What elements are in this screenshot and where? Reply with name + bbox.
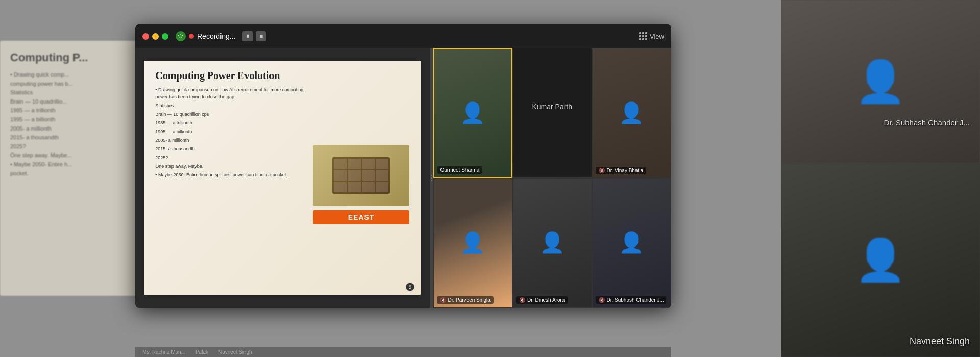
bg-slide-line3: Statistics [10,88,148,97]
video-cell-gurmeet[interactable]: 👤 Gurmeet Sharma [433,48,513,178]
bottom-navneet-label: Navneet Singh [218,349,252,355]
chip-cell [362,159,375,169]
bg-slide-line6: 1995 — a billionth [10,115,148,124]
bg-slide-title: Computing P... [10,51,148,64]
kumar-name-center: Kumar Parth [513,103,592,111]
video-cell-subhash[interactable]: 👤 🔇 Dr. Subhash Chander J... [592,178,672,308]
chip-cell [334,159,347,169]
divider-dot [431,177,432,178]
dinesh-name-text: Dr. Dinesh Arora [527,297,565,303]
dinesh-mute-icon: 🔇 [519,297,525,303]
slide-title: Computing Power Evolution [155,70,409,82]
recording-text: Recording... [197,32,235,40]
recording-indicator: 🛡 Recording... ⏸ ⏹ [176,31,266,41]
bg-participant-name-top: Dr. Subhash Chander J... [884,118,970,127]
slide-frame: Computing Power Evolution • Drawing quic… [144,61,421,294]
close-button[interactable] [142,33,149,40]
video-cell-parveen[interactable]: 👤 🔇 Dr. Parveen Singla [433,178,513,308]
dinesh-face: 👤 [513,178,592,308]
chip-cell [362,170,375,181]
slide-bullet1: • Drawing quick comparison on how AI's r… [155,87,306,101]
video-cell-vinay[interactable]: 👤 🔇 Dr. Vinay Bhatia [592,48,672,178]
grid-dot [639,35,641,37]
grid-icon [639,32,647,40]
chip-cell [334,182,347,192]
slide-stat5: 2015- a thousandth [155,146,306,153]
subhash-mute-icon: 🔇 [599,297,605,303]
chip-cell [376,170,388,181]
bg-slide-line9: 2025? [10,142,148,151]
subhash-name-label: 🔇 Dr. Subhash Chander J... [596,296,666,304]
slide-stat2: 1985 — a trillionth [155,120,306,127]
video-grid: 👤 Gurmeet Sharma Kumar Parth 👤 🔇 Dr. Vin… [433,48,672,308]
recording-dot [189,34,194,39]
stop-recording-button[interactable]: ⏹ [256,31,266,41]
parveen-name-text: Dr. Parveen Singla [448,297,491,303]
bg-slide-line1: • Drawing quick comp... [10,70,148,80]
background-slide: Computing P... • Drawing quick comp... c… [0,41,158,296]
slide-content: Computing Power Evolution • Drawing quic… [144,61,421,294]
video-cell-dinesh[interactable]: 👤 🔇 Dr. Dinesh Arora [512,178,592,308]
bg-navneet-label: Navneet Singh [910,336,970,347]
slide-stat7: One step away. Maybe. [155,163,306,170]
subhash-video: 👤 [593,178,671,308]
grid-dot [645,35,647,37]
subhash-name-text: Dr. Subhash Chander J... [607,297,664,303]
vinay-face: 👤 [593,48,671,177]
dinesh-video: 👤 [513,178,592,308]
grid-dot [642,38,644,40]
maximize-button[interactable] [162,33,168,40]
bottom-rachna-label: Ms. Rachna Man... [142,349,185,355]
bg-slide-line11: • Maybe 2050- Entire h... [10,160,148,169]
chip-cell [376,159,388,169]
parveen-mute-icon: 🔇 [440,297,446,303]
slide-stat4: 2005- a millionth [155,137,306,144]
slide-body: • Drawing quick comparison on how AI's r… [155,87,409,282]
window-controls [142,33,168,40]
title-bar: 🛡 Recording... ⏸ ⏹ [135,24,671,48]
grid-dot [639,32,641,34]
chip-cell [362,182,375,192]
bg-participant-face-top: 👤 [781,0,980,163]
divider-dot [431,180,432,181]
slide-text: • Drawing quick comparison on how AI's r… [155,87,306,282]
slide-bullet2: • Maybe 2050- Entire human species' powe… [155,172,306,179]
slide-image: EEAST [313,87,409,282]
dinesh-name-label: 🔇 Dr. Dinesh Arora [516,296,568,304]
grid-dot [639,38,641,40]
bottom-palak-label: Palak [195,349,208,355]
gurmeet-face: 👤 [434,49,512,177]
zoom-window: 🛡 Recording... ⏸ ⏹ [135,24,671,308]
grid-dot [645,32,647,34]
chip-cell [348,182,360,192]
chip-graphic [313,145,409,206]
divider-dot [431,175,432,176]
grid-dot [642,35,644,37]
bg-slide-line5: 1985 — a trillionth [10,106,148,115]
vinay-name-label: 🔇 Dr. Vinay Bhatia [596,167,647,174]
grid-dot [645,38,647,40]
content-area: Computing Power Evolution • Drawing quic… [135,48,671,308]
subhash-face: 👤 [593,178,671,308]
grid-dot [642,32,644,34]
vinay-video: 👤 [593,48,671,177]
parveen-name-label: 🔇 Dr. Parveen Singla [437,296,494,304]
bg-slide-line10: One step away. Maybe... [10,151,148,160]
bg-participant-face-bottom: 👤 [781,163,980,357]
chip-cell [376,182,388,192]
slide-number: 9 [406,283,415,291]
slide-panel: Computing Power Evolution • Drawing quic… [135,48,430,308]
slide-stats-label: Statistics [155,103,306,110]
slide-stat1: Brain — 10 quadrillion cps [155,111,306,118]
bg-slide-line2: computing power has b... [10,80,148,89]
minimize-button[interactable] [152,33,159,40]
view-button[interactable]: View [639,32,664,40]
view-label: View [650,33,664,40]
eeast-logo: EEAST [313,210,409,224]
video-cell-kumar[interactable]: Kumar Parth [512,48,592,178]
slide-stat6: 2025? [155,155,306,162]
bg-slide-line12: pocket. [10,169,148,178]
slide-stat3: 1995 — a billionth [155,129,306,136]
divider-handle [431,175,432,181]
pause-recording-button[interactable]: ⏸ [242,31,253,41]
